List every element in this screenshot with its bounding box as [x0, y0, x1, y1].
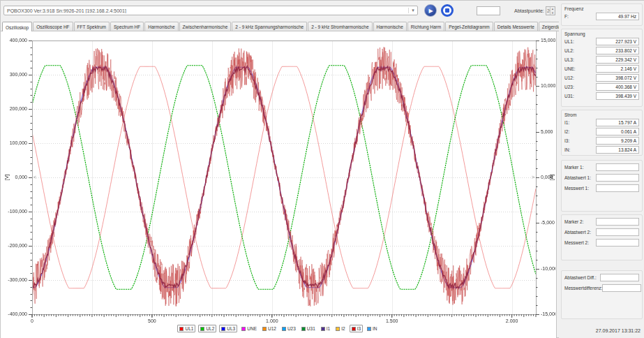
tab-bar: OszilloskopOszilloscope HFFFT SpektrumSp… [1, 20, 559, 31]
spannung-title: Spannung [564, 31, 642, 36]
tab-2-9-khz-stromharmonische[interactable]: 2 - 9 kHz Stromharmonische [308, 22, 372, 31]
panel-row: I3:9.209 A [564, 137, 639, 145]
legend-label: IN [373, 326, 377, 331]
tab-details-messwerte[interactable]: Details Messwerte [494, 22, 538, 31]
panel-row: U31:398.439 V [564, 92, 639, 100]
marker-input[interactable] [602, 284, 641, 292]
legend-swatch-icon [221, 327, 225, 331]
strom-group: Strom I1:15.797 AI2:0.061 AI3:9.209 AIN:… [561, 110, 643, 156]
measurement-value: 400.368 V [596, 83, 639, 91]
legend-swatch-icon [262, 327, 267, 331]
abtastpunkte-spinner[interactable]: 2048 ▲ ▼ [546, 6, 555, 15]
field-label: Marker 2: [564, 219, 583, 224]
legend-swatch-icon [241, 327, 246, 331]
measurement-value: 233.802 V [596, 47, 639, 54]
panel-row: Marker 1: [564, 163, 639, 171]
timestamp: 27.09.2017 13:31:22 [596, 328, 641, 333]
tab-oszilloskop[interactable]: Oszilloskop [2, 22, 32, 31]
panel-row: IN:13.824 A [564, 146, 639, 154]
legend-swatch-icon [282, 327, 286, 331]
chevron-down-icon[interactable]: ▾ [408, 8, 417, 13]
marker-input[interactable] [596, 174, 639, 182]
tab-pegel-zeitdiagramm[interactable]: Pegel-Zeitdiagramm [445, 22, 493, 31]
panel-row: F:49.97 Hz [564, 13, 639, 20]
legend-item-u23[interactable]: U23 [280, 325, 297, 332]
marker-input[interactable] [600, 274, 639, 281]
marker1-group: Marker 1:Abtastwert 1:Messwert 1: [561, 160, 643, 212]
marker-input[interactable] [596, 184, 639, 192]
legend-item-ul1[interactable]: UL1 [177, 325, 195, 332]
field-label: UL3: [564, 57, 574, 62]
panel-row: I2:0.061 A [564, 128, 639, 135]
panel-row: UNE:2.146 V [564, 65, 639, 73]
field-label: U23: [564, 84, 574, 89]
tab-spectrum-hf[interactable]: Spectrum HF [110, 22, 144, 31]
legend-label: U12 [268, 326, 276, 331]
legend-swatch-icon [200, 327, 204, 331]
field-label: U12: [564, 75, 574, 80]
device-combobox[interactable]: PQBOX300 Ver:3.918 Sn:9926-201 [192.168.… [3, 6, 418, 15]
field-label: UNE: [564, 66, 576, 71]
marker-input[interactable] [596, 228, 639, 236]
field-label: Messwertdifferenz: [564, 286, 602, 291]
legend-item-in[interactable]: IN [366, 325, 379, 332]
legend-item-u31[interactable]: U31 [300, 325, 317, 332]
tab-fft-spektrum[interactable]: FFT Spektrum [74, 22, 110, 31]
main-column: PQBOX300 Ver:3.918 Sn:9926-201 [192.168.… [1, 1, 559, 338]
marker-input[interactable] [596, 163, 639, 171]
tab-2-9-khz-spannungsharmonische[interactable]: 2 - 9 kHz Spannungsharmonische [232, 22, 307, 31]
tab-harmonische[interactable]: Harmonische [144, 22, 178, 31]
field-label: UL1: [564, 39, 574, 44]
marker-input[interactable] [596, 218, 639, 226]
field-label: I2: [564, 129, 569, 134]
legend-item-i1[interactable]: I1 [320, 325, 331, 332]
legend-label: U23 [287, 326, 296, 331]
oscilloscope-canvas[interactable] [1, 31, 555, 323]
field-label: Abtastwert 2: [564, 230, 591, 235]
panel-row: Messwert 2: [564, 239, 639, 247]
chart-area: UL1UL2UL3UNEU12U23U31I1I2I3IN [1, 31, 557, 338]
toolbar-textbox[interactable] [477, 6, 500, 15]
tab-richtung-harm[interactable]: Richtung Harm [407, 22, 444, 31]
field-label: F: [564, 14, 569, 19]
panel-row: UL1:227.923 V [564, 38, 639, 45]
measurement-value: 229.342 V [596, 56, 639, 64]
legend-item-i2[interactable]: I2 [334, 325, 346, 332]
abtastpunkte-label: Abtastpunkte: [514, 8, 544, 13]
chart-legend: UL1UL2UL3UNEU12U23U31I1I2I3IN [1, 324, 555, 333]
legend-label: UL2 [206, 326, 214, 331]
tab-oszilloscope-hf[interactable]: Oszilloscope HF [33, 22, 73, 31]
legend-item-u12[interactable]: U12 [261, 325, 278, 332]
legend-label: I2 [341, 326, 345, 331]
panel-row: U12:398.072 V [564, 74, 639, 82]
panel-row: Abtastwert 2: [564, 228, 639, 236]
field-label: U31: [564, 94, 574, 98]
tab-harmonische[interactable]: Harmonische [373, 22, 407, 31]
legend-label: U31 [307, 326, 315, 331]
field-label: I3: [564, 138, 569, 143]
toolbar: PQBOX300 Ver:3.918 Sn:9926-201 [192.168.… [1, 1, 559, 20]
device-combobox-value: PQBOX300 Ver:3.918 Sn:9926-201 [192.168.… [4, 8, 408, 13]
spinner-down-icon[interactable]: ▼ [551, 11, 555, 15]
legend-item-i3[interactable]: I3 [350, 325, 363, 332]
legend-item-ul3[interactable]: UL3 [219, 325, 237, 332]
legend-label: I1 [327, 326, 330, 331]
play-icon: ▶ [428, 8, 433, 14]
legend-label: UL3 [227, 326, 235, 331]
stop-button[interactable] [441, 4, 454, 17]
measurement-value: 15.797 A [596, 119, 639, 126]
field-label: Marker 1: [564, 165, 583, 170]
field-label: IN: [564, 147, 570, 152]
legend-label: UNE [247, 326, 257, 331]
legend-label: UL1 [185, 326, 193, 331]
tab-zwischenharmonische[interactable]: Zwischenharmonische [179, 22, 232, 31]
legend-item-une[interactable]: UNE [240, 325, 258, 332]
legend-swatch-icon [301, 327, 306, 331]
measurements-panel: Frequenz F:49.97 Hz Spannung UL1:227.923… [559, 1, 644, 338]
marker-input[interactable] [596, 239, 639, 247]
legend-item-ul2[interactable]: UL2 [198, 325, 216, 332]
measurement-value: 227.923 V [596, 38, 639, 45]
start-button[interactable]: ▶ [424, 4, 437, 17]
panel-row: Messwert 1: [564, 184, 639, 192]
frequenz-title: Frequenz [564, 6, 642, 11]
